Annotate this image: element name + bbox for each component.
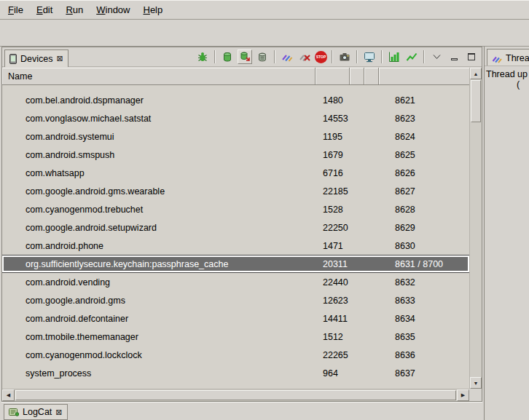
table-row[interactable]: com.whatsapp 6716 8626 — [2, 164, 469, 182]
dump-hprof-icon[interactable] — [238, 49, 252, 64]
method-profiling-icon[interactable] — [387, 49, 401, 64]
process-name-cell: com.android.defcontainer — [2, 314, 316, 324]
table-row[interactable]: com.android.defcontainer 14411 8634 — [2, 309, 469, 328]
tab-logcat[interactable]: LogCat ⊠ — [4, 404, 68, 420]
table-row[interactable]: com.tmobile.thememanager 1512 8635 — [2, 328, 469, 346]
port-cell: 8630 — [379, 241, 469, 251]
main-toolbar — [0, 20, 529, 47]
update-heap-icon[interactable] — [220, 49, 235, 64]
menu-edit[interactable]: Edit — [30, 1, 59, 19]
column-header-port[interactable] — [379, 68, 469, 84]
column-header-extra2[interactable] — [364, 68, 379, 84]
pid-cell: 1471 — [316, 241, 350, 251]
maximize-icon[interactable] — [464, 49, 479, 64]
column-header-pid[interactable] — [316, 68, 350, 84]
tab-devices-label: Devices — [20, 54, 52, 64]
table-row[interactable]: com.android.smspush 1679 8625 — [2, 146, 469, 164]
process-name-cell: com.vonglasow.michael.satstat — [2, 114, 316, 124]
port-cell: 8637 — [379, 368, 469, 379]
pid-cell: 6716 — [316, 168, 350, 178]
stop-process-icon[interactable]: STOP — [315, 51, 327, 63]
debug-icon[interactable] — [195, 49, 210, 64]
tab-threads[interactable]: Threads — [487, 49, 529, 66]
update-threads-icon[interactable] — [280, 49, 294, 64]
port-cell: 8632 — [379, 277, 469, 288]
toolbar-separator — [214, 50, 216, 63]
device-table-body: com.bel.android.dspmanager 1480 8621 com… — [2, 85, 469, 389]
table-row[interactable]: com.android.systemui 1195 8624 — [2, 127, 469, 146]
bottom-tab-bar: LogCat ⊠ — [1, 402, 482, 420]
process-name-cell: com.android.systemui — [2, 132, 316, 142]
vertical-scroll-thumb[interactable] — [471, 80, 481, 122]
horizontal-scrollbar[interactable]: ◀ ▶ — [2, 389, 469, 401]
pid-cell: 22265 — [316, 350, 350, 360]
close-icon[interactable]: ⊠ — [55, 408, 62, 416]
process-name-cell: com.android.smspush — [2, 150, 316, 160]
devices-toolbar: STOP — [195, 49, 482, 66]
logcat-tab-icon — [9, 408, 19, 416]
menu-file[interactable]: File — [1, 1, 30, 19]
column-header-extra1[interactable] — [350, 68, 364, 84]
table-row[interactable]: com.google.android.gms 12623 8633 — [2, 291, 469, 309]
pid-cell: 14411 — [316, 314, 350, 324]
process-name-cell: system_process — [2, 368, 316, 379]
tab-devices[interactable]: Devices ⊠ — [4, 49, 68, 67]
process-name-cell: com.whatsapp — [2, 168, 316, 178]
pid-cell: 964 — [316, 368, 350, 379]
row-spacer — [2, 85, 469, 91]
menu-help[interactable]: Help — [136, 1, 169, 19]
port-cell: 8627 — [379, 186, 469, 197]
pid-cell: 1679 — [316, 150, 350, 160]
scroll-up-button[interactable]: ▲ — [470, 68, 482, 79]
threads-header: Threads — [485, 47, 529, 66]
table-row[interactable]: system_process 964 8637 — [2, 364, 469, 382]
threads-tab-icon — [492, 53, 502, 63]
vertical-scroll-track[interactable] — [470, 79, 482, 377]
screen-capture-icon[interactable] — [337, 49, 352, 64]
scroll-right-button[interactable]: ▶ — [457, 389, 469, 401]
pid-cell: 1195 — [316, 132, 350, 142]
process-name-cell: com.google.android.gms.wearable — [2, 186, 316, 197]
scrollbar-corner — [469, 389, 482, 401]
devices-view: Devices ⊠ — [1, 47, 482, 402]
table-row[interactable]: com.bel.android.dspmanager 1480 8621 — [2, 91, 469, 109]
toolbar-separator — [381, 50, 383, 63]
table-row[interactable]: com.google.android.gms.wearable 22185 86… — [2, 182, 469, 200]
tab-threads-label: Threads — [506, 53, 529, 63]
close-icon[interactable]: ⊠ — [56, 55, 63, 63]
table-row[interactable]: org.sufficientlysecure.keychain:passphra… — [2, 255, 469, 273]
toolbar-separator — [423, 50, 425, 63]
horizontal-scroll-thumb[interactable] — [15, 390, 456, 400]
table-row[interactable]: com.cyanogenmod.trebuchet 1528 8628 — [2, 200, 469, 218]
scroll-left-button[interactable]: ◀ — [2, 389, 15, 401]
toolbar-separator — [332, 50, 333, 63]
process-name-cell: com.cyanogenmod.lockclock — [2, 350, 316, 360]
column-header-name[interactable]: Name — [2, 68, 316, 84]
menu-bar: File Edit Run Window Help — [0, 1, 529, 20]
table-row[interactable]: com.cyanogenmod.lockclock 22265 8636 — [2, 346, 469, 364]
port-cell: 8628 — [379, 205, 469, 215]
minimize-icon[interactable] — [447, 49, 461, 64]
cause-gc-icon[interactable] — [255, 49, 270, 64]
pid-cell: 1480 — [316, 95, 350, 106]
table-row[interactable]: com.google.android.setupwizard 22250 862… — [2, 218, 469, 237]
menu-run[interactable]: Run — [59, 1, 90, 19]
threads-message-line2: ( — [517, 79, 529, 90]
view-menu-icon[interactable] — [429, 49, 444, 64]
threads-message: Thread up ( — [485, 66, 529, 90]
stop-threads-icon[interactable] — [297, 49, 312, 64]
table-row[interactable]: com.android.phone 1471 8630 — [2, 237, 469, 255]
port-cell: 8629 — [379, 223, 469, 233]
vertical-scrollbar[interactable]: ▲ ▼ — [469, 68, 482, 389]
pid-cell: 22250 — [316, 223, 350, 233]
table-row[interactable]: com.android.vending 22440 8632 — [2, 273, 469, 291]
network-stats-icon[interactable] — [404, 49, 419, 64]
port-cell: 8623 — [379, 114, 469, 124]
table-row[interactable]: com.vonglasow.michael.satstat 14553 8623 — [2, 109, 469, 127]
scroll-down-button[interactable]: ▼ — [470, 377, 482, 389]
screen-record-icon[interactable] — [362, 49, 377, 64]
menu-window[interactable]: Window — [90, 1, 136, 19]
process-name-cell: com.google.android.setupwizard — [2, 223, 316, 233]
port-cell: 8625 — [379, 150, 469, 160]
process-name-cell: com.bel.android.dspmanager — [2, 95, 316, 106]
